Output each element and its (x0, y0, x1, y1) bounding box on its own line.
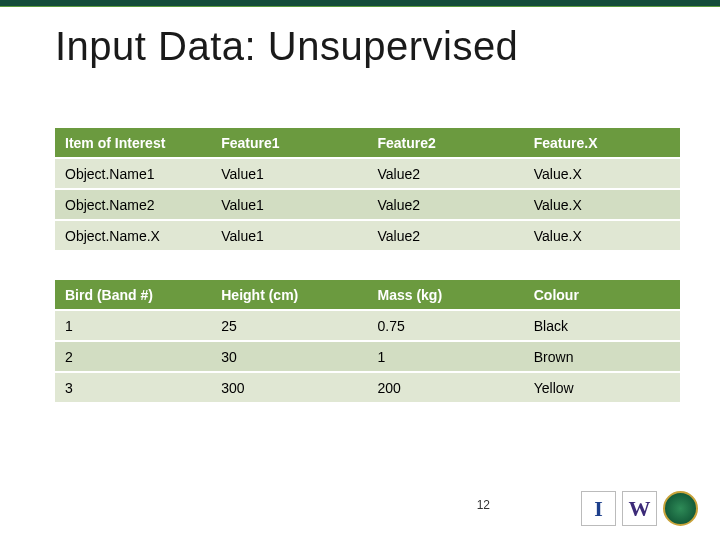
cell: 0.75 (368, 310, 524, 341)
tables-container: Item of Interest Feature1 Feature2 Featu… (55, 128, 680, 404)
cell: Object.Name.X (55, 220, 211, 251)
cell: 30 (211, 341, 367, 372)
cell: Value.X (524, 158, 680, 189)
cell: Value1 (211, 220, 367, 251)
table-generic-schema: Item of Interest Feature1 Feature2 Featu… (55, 128, 680, 252)
col-header: Feature2 (368, 128, 524, 158)
col-header: Item of Interest (55, 128, 211, 158)
col-header: Height (cm) (211, 280, 367, 310)
cell: 1 (368, 341, 524, 372)
table-bird-data: Bird (Band #) Height (cm) Mass (kg) Colo… (55, 280, 680, 404)
col-header: Feature.X (524, 128, 680, 158)
col-header: Colour (524, 280, 680, 310)
cell: Value2 (368, 158, 524, 189)
page-number: 12 (477, 498, 490, 512)
cell: 2 (55, 341, 211, 372)
table-row: 3 300 200 Yellow (55, 372, 680, 403)
cell: Object.Name1 (55, 158, 211, 189)
cell: 1 (55, 310, 211, 341)
cell: 300 (211, 372, 367, 403)
cell: Value2 (368, 220, 524, 251)
cell: Value1 (211, 189, 367, 220)
cell: Black (524, 310, 680, 341)
cell: 200 (368, 372, 524, 403)
col-header: Mass (kg) (368, 280, 524, 310)
cell: Brown (524, 341, 680, 372)
cell: 3 (55, 372, 211, 403)
cell: 25 (211, 310, 367, 341)
cell: Object.Name2 (55, 189, 211, 220)
cell: Yellow (524, 372, 680, 403)
logo-row: I W (581, 491, 698, 526)
slide-title: Input Data: Unsupervised (55, 24, 518, 69)
logo-seal-icon (663, 491, 698, 526)
cell: Value1 (211, 158, 367, 189)
col-header: Bird (Band #) (55, 280, 211, 310)
cell: Value.X (524, 189, 680, 220)
top-accent-bar (0, 0, 720, 6)
logo-washington-icon: W (622, 491, 657, 526)
table-row: Object.Name.X Value1 Value2 Value.X (55, 220, 680, 251)
col-header: Feature1 (211, 128, 367, 158)
table-row: Object.Name2 Value1 Value2 Value.X (55, 189, 680, 220)
table-row: 2 30 1 Brown (55, 341, 680, 372)
table-row: Object.Name1 Value1 Value2 Value.X (55, 158, 680, 189)
cell: Value.X (524, 220, 680, 251)
table-row: 1 25 0.75 Black (55, 310, 680, 341)
logo-illinois-icon: I (581, 491, 616, 526)
cell: Value2 (368, 189, 524, 220)
